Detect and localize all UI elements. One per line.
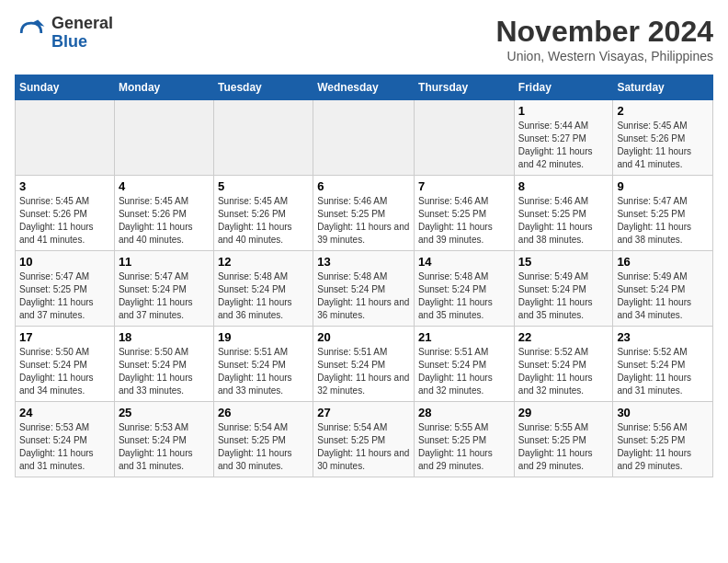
day-info: Sunrise: 5:45 AM Sunset: 5:26 PM Dayligh…	[617, 120, 709, 171]
day-info: Sunrise: 5:50 AM Sunset: 5:24 PM Dayligh…	[119, 346, 210, 397]
calendar-cell	[16, 100, 115, 176]
day-info: Sunrise: 5:45 AM Sunset: 5:26 PM Dayligh…	[218, 195, 309, 247]
day-number: 7	[418, 179, 510, 193]
day-number: 27	[317, 406, 410, 419]
calendar-cell: 30Sunrise: 5:56 AM Sunset: 5:25 PM Dayli…	[613, 402, 713, 477]
day-number: 21	[418, 330, 510, 344]
day-info: Sunrise: 5:51 AM Sunset: 5:24 PM Dayligh…	[418, 346, 510, 397]
month-year: November 2024	[495, 15, 713, 49]
calendar-cell: 8Sunrise: 5:46 AM Sunset: 5:25 PM Daylig…	[514, 176, 613, 251]
day-number: 8	[518, 179, 609, 193]
day-number: 28	[418, 406, 510, 419]
calendar-week-4: 24Sunrise: 5:53 AM Sunset: 5:24 PM Dayli…	[16, 402, 713, 477]
day-info: Sunrise: 5:51 AM Sunset: 5:24 PM Dayligh…	[218, 346, 309, 397]
weekday-header-sunday: Sunday	[16, 75, 115, 100]
day-number: 4	[119, 179, 210, 193]
calendar-cell: 21Sunrise: 5:51 AM Sunset: 5:24 PM Dayli…	[415, 327, 515, 402]
calendar-cell: 3Sunrise: 5:45 AM Sunset: 5:26 PM Daylig…	[16, 176, 115, 251]
calendar-week-2: 10Sunrise: 5:47 AM Sunset: 5:25 PM Dayli…	[16, 251, 713, 327]
calendar-cell: 29Sunrise: 5:55 AM Sunset: 5:25 PM Dayli…	[514, 402, 613, 477]
calendar-cell: 18Sunrise: 5:50 AM Sunset: 5:24 PM Dayli…	[114, 327, 213, 402]
day-info: Sunrise: 5:51 AM Sunset: 5:24 PM Dayligh…	[317, 346, 410, 397]
day-number: 20	[317, 330, 410, 344]
day-info: Sunrise: 5:55 AM Sunset: 5:25 PM Dayligh…	[418, 421, 510, 473]
calendar-cell: 14Sunrise: 5:48 AM Sunset: 5:24 PM Dayli…	[415, 251, 515, 327]
calendar-cell	[313, 100, 415, 176]
day-number: 10	[19, 255, 110, 269]
calendar-cell: 17Sunrise: 5:50 AM Sunset: 5:24 PM Dayli…	[16, 327, 115, 402]
day-info: Sunrise: 5:50 AM Sunset: 5:24 PM Dayligh…	[19, 346, 110, 397]
calendar-cell: 22Sunrise: 5:52 AM Sunset: 5:24 PM Dayli…	[514, 327, 613, 402]
day-info: Sunrise: 5:46 AM Sunset: 5:25 PM Dayligh…	[317, 195, 410, 247]
logo: General Blue	[15, 15, 113, 52]
weekday-header-thursday: Thursday	[415, 75, 515, 100]
day-info: Sunrise: 5:47 AM Sunset: 5:25 PM Dayligh…	[617, 195, 709, 247]
calendar-cell: 1Sunrise: 5:44 AM Sunset: 5:27 PM Daylig…	[514, 100, 613, 176]
day-number: 14	[418, 255, 510, 269]
header-row: SundayMondayTuesdayWednesdayThursdayFrid…	[16, 75, 713, 100]
calendar-cell: 24Sunrise: 5:53 AM Sunset: 5:24 PM Dayli…	[16, 402, 115, 477]
calendar-cell: 13Sunrise: 5:48 AM Sunset: 5:24 PM Dayli…	[313, 251, 415, 327]
day-number: 22	[518, 330, 609, 344]
day-info: Sunrise: 5:47 AM Sunset: 5:25 PM Dayligh…	[19, 270, 110, 322]
day-info: Sunrise: 5:56 AM Sunset: 5:25 PM Dayligh…	[617, 421, 709, 473]
day-info: Sunrise: 5:45 AM Sunset: 5:26 PM Dayligh…	[119, 195, 210, 247]
day-info: Sunrise: 5:55 AM Sunset: 5:25 PM Dayligh…	[518, 421, 609, 473]
weekday-header-friday: Friday	[514, 75, 613, 100]
day-number: 18	[119, 330, 210, 344]
logo-general: General	[51, 14, 113, 32]
calendar-cell: 10Sunrise: 5:47 AM Sunset: 5:25 PM Dayli…	[16, 251, 115, 327]
calendar-cell: 7Sunrise: 5:46 AM Sunset: 5:25 PM Daylig…	[415, 176, 515, 251]
day-number: 23	[617, 330, 709, 344]
day-info: Sunrise: 5:46 AM Sunset: 5:25 PM Dayligh…	[418, 195, 510, 247]
day-info: Sunrise: 5:48 AM Sunset: 5:24 PM Dayligh…	[218, 270, 309, 322]
calendar-cell: 12Sunrise: 5:48 AM Sunset: 5:24 PM Dayli…	[213, 251, 313, 327]
calendar-cell: 25Sunrise: 5:53 AM Sunset: 5:24 PM Dayli…	[114, 402, 213, 477]
day-number: 2	[617, 104, 709, 118]
calendar-cell: 6Sunrise: 5:46 AM Sunset: 5:25 PM Daylig…	[313, 176, 415, 251]
calendar-cell: 20Sunrise: 5:51 AM Sunset: 5:24 PM Dayli…	[313, 327, 415, 402]
day-info: Sunrise: 5:46 AM Sunset: 5:25 PM Dayligh…	[518, 195, 609, 247]
day-number: 11	[119, 255, 210, 269]
header: General Blue November 2024 Union, Wester…	[15, 15, 713, 63]
weekday-header-monday: Monday	[114, 75, 213, 100]
calendar-cell: 4Sunrise: 5:45 AM Sunset: 5:26 PM Daylig…	[114, 176, 213, 251]
calendar-cell	[415, 100, 515, 176]
day-number: 19	[218, 330, 309, 344]
day-info: Sunrise: 5:52 AM Sunset: 5:24 PM Dayligh…	[617, 346, 709, 397]
day-number: 17	[19, 330, 110, 344]
calendar-cell: 23Sunrise: 5:52 AM Sunset: 5:24 PM Dayli…	[613, 327, 713, 402]
calendar-cell: 28Sunrise: 5:55 AM Sunset: 5:25 PM Dayli…	[415, 402, 515, 477]
day-number: 9	[617, 179, 709, 193]
day-info: Sunrise: 5:53 AM Sunset: 5:24 PM Dayligh…	[19, 421, 110, 473]
calendar-week-1: 3Sunrise: 5:45 AM Sunset: 5:26 PM Daylig…	[16, 176, 713, 251]
calendar-cell: 15Sunrise: 5:49 AM Sunset: 5:24 PM Dayli…	[514, 251, 613, 327]
day-info: Sunrise: 5:49 AM Sunset: 5:24 PM Dayligh…	[518, 270, 609, 322]
weekday-header-wednesday: Wednesday	[313, 75, 415, 100]
day-info: Sunrise: 5:47 AM Sunset: 5:24 PM Dayligh…	[119, 270, 210, 322]
calendar-table: SundayMondayTuesdayWednesdayThursdayFrid…	[15, 75, 713, 477]
day-number: 13	[317, 255, 410, 269]
calendar-cell: 26Sunrise: 5:54 AM Sunset: 5:25 PM Dayli…	[213, 402, 313, 477]
day-number: 5	[218, 179, 309, 193]
title-section: November 2024 Union, Western Visayas, Ph…	[495, 15, 713, 63]
calendar-cell: 5Sunrise: 5:45 AM Sunset: 5:26 PM Daylig…	[213, 176, 313, 251]
day-number: 24	[19, 406, 110, 419]
calendar-cell: 2Sunrise: 5:45 AM Sunset: 5:26 PM Daylig…	[613, 100, 713, 176]
calendar-body: 1Sunrise: 5:44 AM Sunset: 5:27 PM Daylig…	[16, 100, 713, 477]
day-number: 26	[218, 406, 309, 419]
day-number: 16	[617, 255, 709, 269]
day-number: 6	[317, 179, 410, 193]
day-info: Sunrise: 5:48 AM Sunset: 5:24 PM Dayligh…	[418, 270, 510, 322]
weekday-header-tuesday: Tuesday	[213, 75, 313, 100]
day-info: Sunrise: 5:45 AM Sunset: 5:26 PM Dayligh…	[19, 195, 110, 247]
location: Union, Western Visayas, Philippines	[495, 49, 713, 63]
day-info: Sunrise: 5:53 AM Sunset: 5:24 PM Dayligh…	[119, 421, 210, 473]
day-number: 15	[518, 255, 609, 269]
calendar-cell: 9Sunrise: 5:47 AM Sunset: 5:25 PM Daylig…	[613, 176, 713, 251]
calendar-header: SundayMondayTuesdayWednesdayThursdayFrid…	[16, 75, 713, 100]
day-number: 12	[218, 255, 309, 269]
day-number: 3	[19, 179, 110, 193]
logo-blue: Blue	[51, 32, 87, 51]
day-number: 1	[518, 104, 609, 118]
